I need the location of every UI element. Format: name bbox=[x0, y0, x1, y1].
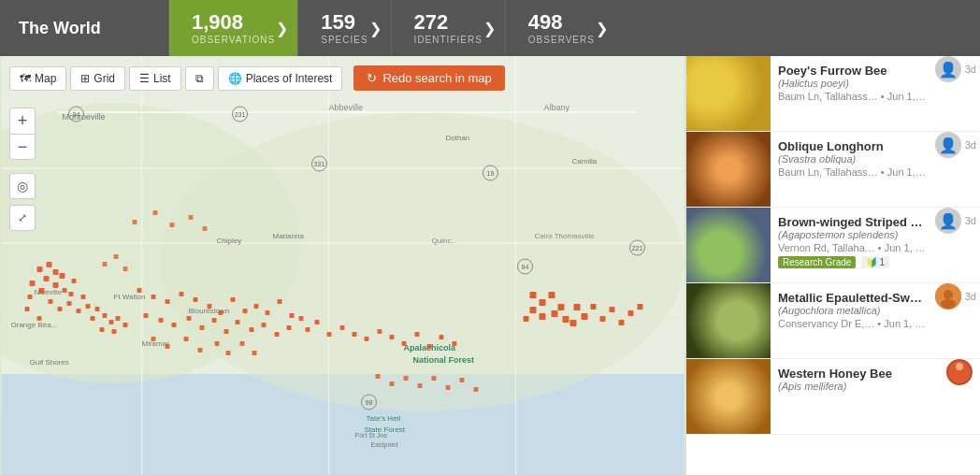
list-btn-label: List bbox=[153, 72, 171, 85]
svg-rect-82 bbox=[243, 309, 248, 313]
obs-name-5: Western Honey Bee bbox=[778, 367, 939, 381]
obs-count: 1,908 bbox=[192, 11, 275, 34]
svg-rect-69 bbox=[112, 329, 117, 334]
research-grade-badge: Research Grade bbox=[778, 256, 856, 268]
stat-observations[interactable]: 1,908 OBSERVATIONS ❯ bbox=[168, 0, 297, 56]
svg-rect-47 bbox=[47, 262, 52, 267]
svg-rect-98 bbox=[287, 325, 292, 330]
svg-text:Eastpoint: Eastpoint bbox=[371, 441, 398, 449]
obs-time-1: 3d bbox=[961, 56, 980, 75]
svg-text:National Forest: National Forest bbox=[413, 355, 475, 365]
svg-rect-153 bbox=[460, 378, 465, 382]
svg-rect-84 bbox=[266, 310, 270, 315]
obs-time-4: 3d bbox=[961, 283, 980, 302]
svg-rect-56 bbox=[69, 292, 74, 296]
svg-rect-51 bbox=[30, 281, 36, 286]
svg-rect-74 bbox=[137, 288, 142, 293]
svg-rect-93 bbox=[224, 329, 229, 334]
svg-rect-86 bbox=[290, 313, 295, 318]
header: The World 1,908 OBSERVATIONS ❯ 159 SPECI… bbox=[0, 0, 980, 56]
svg-rect-109 bbox=[415, 332, 420, 337]
map-toolbar: 🗺 Map ⊞ Grid ☰ List ⧉ 🌐 Places of Intere… bbox=[9, 65, 505, 91]
obs-card-3[interactable]: Brown-winged Striped Swe… (Agapostemon s… bbox=[686, 208, 980, 283]
obs-loc-4: Conservancy Dr E,… • Jun 1, 2020 bbox=[778, 318, 928, 329]
obs-time-2: 3d bbox=[961, 132, 980, 151]
obs-image-1 bbox=[686, 56, 771, 131]
svg-rect-97 bbox=[275, 332, 280, 337]
svg-text:Cairo  Thomasville: Cairo Thomasville bbox=[535, 232, 595, 240]
svg-rect-115 bbox=[549, 292, 555, 298]
id-arrow: ❯ bbox=[483, 20, 496, 37]
svg-rect-104 bbox=[353, 332, 357, 337]
svg-rect-124 bbox=[524, 316, 529, 322]
svg-text:Quinc...: Quinc... bbox=[432, 237, 458, 245]
svg-rect-113 bbox=[530, 292, 537, 298]
stat-observers[interactable]: 498 OBSERVERS ❯ bbox=[505, 0, 617, 56]
svg-rect-129 bbox=[628, 310, 634, 316]
obs-details-4: Metallic Epauletted-Sweat … (Augochlora … bbox=[771, 283, 935, 358]
list-view-button[interactable]: ☰ List bbox=[129, 66, 181, 91]
svg-rect-54 bbox=[63, 288, 67, 293]
zoom-in-button[interactable]: + bbox=[9, 108, 36, 134]
obs-details-2: Oblique Longhorn (Svastra obliqua) Baum … bbox=[771, 132, 935, 207]
svg-rect-122 bbox=[570, 320, 577, 326]
obs-image-3 bbox=[686, 208, 771, 282]
redo-btn-label: Redo search in map bbox=[382, 71, 491, 85]
obs-card-1[interactable]: Poey's Furrow Bee (Halictus poeyi) Baum … bbox=[686, 56, 980, 132]
svg-rect-123 bbox=[582, 313, 588, 320]
svg-rect-117 bbox=[530, 307, 537, 313]
obs-name-2: Oblique Longhorn bbox=[778, 139, 928, 153]
svg-text:84: 84 bbox=[73, 111, 80, 118]
obs-details-3: Brown-winged Striped Swe… (Agapostemon s… bbox=[771, 208, 935, 282]
stat-species[interactable]: 159 SPECIES ❯ bbox=[297, 0, 390, 56]
svg-rect-128 bbox=[619, 320, 625, 325]
zoom-controls: + − bbox=[9, 108, 36, 160]
id-count: 272 bbox=[414, 11, 483, 34]
svg-rect-83 bbox=[254, 304, 259, 309]
svg-text:Orange Bea...: Orange Bea... bbox=[11, 321, 58, 329]
svg-text:98: 98 bbox=[366, 399, 373, 406]
map-area[interactable]: 🗺 Map ⊞ Grid ☰ List ⧉ 🌐 Places of Intere… bbox=[0, 56, 685, 475]
svg-rect-144 bbox=[226, 351, 231, 355]
svg-rect-92 bbox=[212, 318, 217, 323]
svg-rect-135 bbox=[203, 226, 208, 231]
obs-sci-1: (Halictus poeyi) bbox=[778, 78, 928, 89]
svg-rect-63 bbox=[91, 316, 95, 321]
list-icon: ☰ bbox=[139, 72, 150, 85]
obs-card-5[interactable]: Western Honey Bee (Apis mellifera) bbox=[686, 359, 980, 435]
obs-avatar-4 bbox=[935, 283, 961, 309]
svg-rect-50 bbox=[60, 273, 65, 279]
svg-rect-89 bbox=[172, 323, 177, 327]
svg-point-160 bbox=[956, 363, 963, 370]
places-button[interactable]: 🌐 Places of Interest bbox=[218, 66, 343, 91]
map-view-button[interactable]: 🗺 Map bbox=[9, 66, 66, 91]
observer-label: OBSERVERS bbox=[528, 35, 595, 45]
grid-btn-label: Grid bbox=[94, 72, 115, 85]
svg-rect-120 bbox=[563, 316, 569, 323]
location-button[interactable]: ◎ bbox=[9, 173, 36, 199]
fullscreen-icon: ⤢ bbox=[18, 211, 27, 224]
svg-text:331: 331 bbox=[314, 161, 325, 167]
obs-avatar-2: 👤 bbox=[935, 132, 961, 158]
svg-rect-68 bbox=[100, 327, 105, 332]
layers-button[interactable]: ⧉ bbox=[185, 66, 214, 91]
stat-identifiers[interactable]: 272 IDENTIFIERS ❯ bbox=[391, 0, 505, 56]
svg-rect-91 bbox=[200, 325, 205, 330]
obs-sci-2: (Svastra obliqua) bbox=[778, 153, 928, 165]
svg-rect-65 bbox=[103, 313, 108, 318]
svg-rect-110 bbox=[427, 344, 432, 349]
obs-card-4[interactable]: Metallic Epauletted-Sweat … (Augochlora … bbox=[686, 283, 980, 359]
svg-rect-58 bbox=[58, 307, 63, 311]
svg-rect-121 bbox=[574, 304, 581, 310]
svg-text:221: 221 bbox=[632, 245, 643, 252]
grid-view-button[interactable]: ⊞ Grid bbox=[70, 66, 125, 91]
zoom-out-button[interactable]: − bbox=[9, 134, 36, 160]
fullscreen-button[interactable]: ⤢ bbox=[9, 205, 36, 231]
svg-rect-133 bbox=[170, 223, 175, 227]
svg-rect-102 bbox=[327, 332, 332, 337]
svg-rect-52 bbox=[39, 288, 45, 294]
observer-count: 498 bbox=[528, 11, 595, 34]
obs-card-2[interactable]: Oblique Longhorn (Svastra obliqua) Baum … bbox=[686, 132, 980, 208]
map-canvas: Monroeville Abbeville Albany Dothan Cami… bbox=[0, 56, 685, 475]
redo-search-button[interactable]: ↻ Redo search in map bbox=[353, 65, 504, 91]
